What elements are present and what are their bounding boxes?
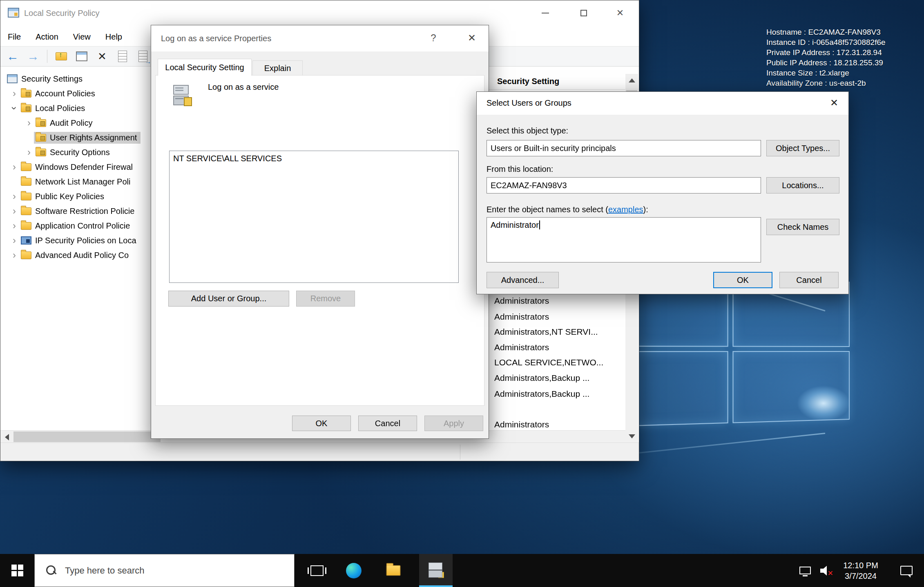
forward-icon[interactable] — [27, 49, 40, 63]
instance-info-line: Hostname : EC2AMAZ-FAN98V3 — [766, 27, 886, 37]
add-user-or-group-button[interactable]: Add User or Group... — [168, 291, 289, 307]
start-button[interactable] — [0, 554, 34, 587]
minimize-button[interactable] — [531, 0, 559, 26]
policy-folder-icon — [36, 134, 46, 142]
network-tray-button[interactable] — [795, 554, 816, 587]
list-item[interactable]: Administrators,Backup ... — [494, 386, 589, 402]
doc-icon[interactable] — [116, 49, 129, 63]
maximize-button[interactable] — [570, 0, 598, 26]
list-item[interactable]: Administrators,Backup ... — [494, 370, 589, 386]
object-type-field[interactable]: Users or Built-in security principals — [487, 140, 761, 156]
desktop: Hostname : EC2AMAZ-FAN98V3 Instance ID :… — [0, 0, 924, 587]
scroll-left-icon[interactable] — [0, 431, 13, 443]
dialog-title-bar[interactable]: Select Users or Groups — [477, 92, 848, 115]
scroll-up-icon[interactable] — [625, 74, 638, 87]
tree-label: Public Key Policies — [35, 192, 104, 201]
logon-as-service-properties-dialog: Log on as a service Properties ? Local S… — [151, 25, 489, 439]
ok-button[interactable]: OK — [292, 416, 351, 431]
export-icon[interactable] — [55, 49, 68, 63]
list-item[interactable]: Administrators,NT SERVI... — [494, 324, 598, 340]
chevron-right-icon[interactable] — [9, 205, 19, 217]
cancel-button[interactable]: Cancel — [779, 272, 839, 288]
doc-export-icon[interactable] — [136, 49, 150, 63]
policy-server-icon — [171, 84, 194, 108]
title-bar[interactable]: Local Security Policy — [0, 0, 639, 27]
check-names-button[interactable]: Check Names — [766, 219, 839, 235]
scrollbar-thumb[interactable] — [13, 431, 161, 442]
members-listbox[interactable]: NT SERVICE\ALL SERVICES — [169, 151, 459, 283]
chevron-right-icon[interactable] — [9, 88, 19, 99]
volume-tray-button[interactable]: ✕ — [816, 554, 837, 587]
secpol-app-icon — [8, 8, 19, 18]
chevron-right-icon[interactable] — [9, 249, 19, 261]
tree-label: Software Restriction Policie — [35, 207, 134, 216]
tab-local-security-setting[interactable]: Local Security Setting — [158, 59, 252, 76]
member-item[interactable]: NT SERVICE\ALL SERVICES — [173, 154, 455, 163]
delete-icon[interactable] — [96, 49, 109, 63]
close-icon[interactable] — [820, 92, 848, 114]
action-center-button[interactable] — [893, 554, 920, 587]
edge-button[interactable] — [339, 554, 368, 587]
tree-label: Account Policies — [35, 89, 95, 98]
menu-action[interactable]: Action — [28, 32, 66, 42]
list-item[interactable]: Administrators — [494, 293, 549, 309]
chevron-right-icon[interactable] — [9, 220, 19, 231]
network-icon — [799, 567, 811, 574]
back-icon[interactable] — [6, 49, 19, 63]
list-item[interactable]: LOCAL SERVICE,NETWO... — [494, 355, 603, 370]
list-item[interactable]: Administrators — [494, 340, 549, 355]
taskbar: Type here to search ✕ 12:10 PM 3/7/2024 — [0, 554, 924, 587]
advanced-button[interactable]: Advanced... — [487, 272, 559, 288]
search-placeholder: Type here to search — [65, 565, 144, 576]
object-names-input[interactable]: Administrator — [487, 217, 761, 262]
scroll-down-icon[interactable] — [625, 430, 638, 442]
chevron-right-icon[interactable] — [9, 235, 19, 246]
dialog-title-bar[interactable]: Log on as a service Properties ? — [151, 25, 489, 51]
task-view-icon — [310, 565, 324, 576]
search-input[interactable]: Type here to search — [34, 554, 295, 587]
tree-label: User Rights Assignment — [50, 133, 137, 142]
object-type-value: Users or Built-in security principals — [491, 144, 616, 153]
folder-icon — [21, 251, 31, 259]
chevron-right-icon[interactable] — [9, 191, 19, 202]
folder-icon — [21, 207, 31, 215]
chevron-right-icon[interactable] — [9, 161, 19, 173]
tree-label: Audit Policy — [50, 118, 93, 128]
location-field[interactable]: EC2AMAZ-FAN98V3 — [487, 177, 761, 193]
list-item[interactable]: Administrators — [494, 309, 549, 325]
instance-info-overlay: Hostname : EC2AMAZ-FAN98V3 Instance ID :… — [766, 27, 886, 88]
clock[interactable]: 12:10 PM 3/7/2024 — [834, 554, 887, 587]
folder-icon — [21, 222, 31, 230]
chevron-right-icon[interactable] — [24, 117, 34, 129]
chevron-right-icon[interactable] — [24, 147, 34, 158]
console-tree-icon[interactable] — [75, 49, 88, 63]
close-icon[interactable] — [458, 25, 486, 51]
policy-folder-icon — [36, 149, 46, 156]
menu-view[interactable]: View — [66, 32, 98, 42]
menu-help[interactable]: Help — [98, 32, 129, 42]
apply-button: Apply — [424, 416, 483, 431]
tree-label: Security Settings — [21, 74, 83, 84]
windows-logo-icon — [11, 565, 23, 576]
tab-explain[interactable]: Explain — [252, 60, 303, 76]
menu-file[interactable]: File — [0, 32, 28, 42]
cancel-button[interactable]: Cancel — [358, 416, 417, 431]
object-types-button[interactable]: Object Types... — [766, 140, 839, 156]
secpol-app-icon — [428, 562, 444, 578]
examples-link[interactable]: examples — [608, 205, 643, 214]
chevron-down-icon[interactable] — [9, 102, 19, 114]
column-header-security-setting[interactable]: Security Setting — [497, 77, 559, 86]
close-button[interactable] — [606, 0, 634, 26]
volume-muted-icon: ✕ — [820, 565, 832, 576]
locations-button[interactable]: Locations... — [766, 177, 839, 193]
dialog-title: Log on as a service Properties — [161, 34, 271, 43]
help-icon[interactable]: ? — [421, 25, 446, 51]
file-explorer-button[interactable] — [379, 554, 408, 587]
ok-button[interactable]: OK — [713, 272, 772, 288]
secpol-taskbar-button[interactable] — [419, 554, 453, 587]
label-text: ): — [643, 205, 648, 214]
clock-time: 12:10 PM — [843, 560, 878, 571]
console-icon — [7, 74, 18, 83]
tree-label: Advanced Audit Policy Co — [35, 251, 129, 260]
task-view-button[interactable] — [303, 554, 331, 587]
